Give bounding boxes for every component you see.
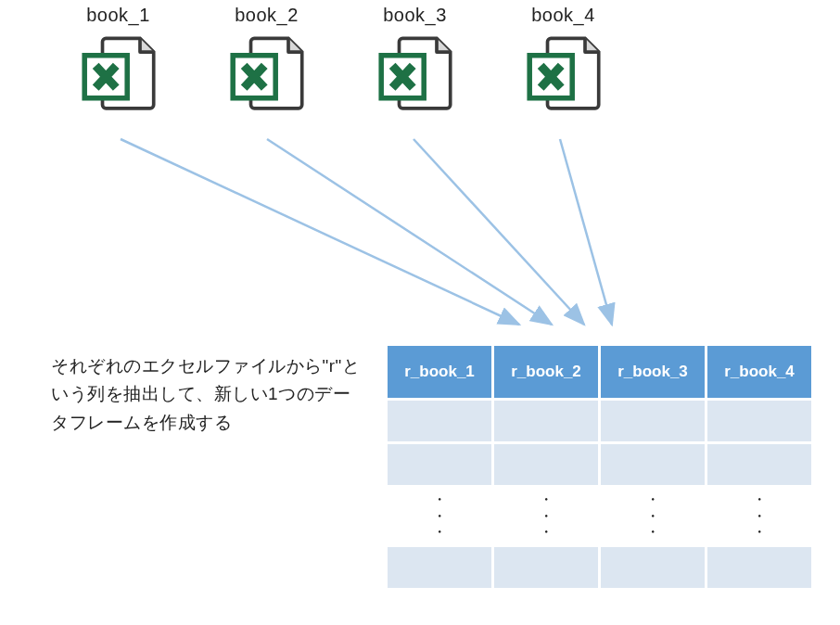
arrow-2 <box>267 139 552 325</box>
arrow-1 <box>121 139 519 325</box>
col-header-2: r_book_2 <box>494 346 598 398</box>
table-row <box>388 547 811 588</box>
col-header-4: r_book_4 <box>707 346 811 398</box>
ellipsis-dots: ・ ・ ・ <box>494 488 598 544</box>
excel-icon <box>373 32 458 117</box>
file-label-3: book_3 <box>383 5 447 26</box>
result-dataframe-table: r_book_1 r_book_2 r_book_3 r_book_4 ・ ・ … <box>385 343 814 591</box>
file-item-1: book_1 <box>70 5 167 117</box>
file-item-4: book_4 <box>515 5 612 117</box>
table-row <box>388 401 811 441</box>
arrow-3 <box>414 139 584 325</box>
col-header-1: r_book_1 <box>388 346 491 398</box>
excel-icon <box>224 32 310 117</box>
description-text: それぞれのエクセルファイルから"r"という列を抽出して、新しい1つのデータフレー… <box>51 352 366 437</box>
file-label-1: book_1 <box>86 5 150 26</box>
file-label-4: book_4 <box>531 5 595 26</box>
col-header-3: r_book_3 <box>601 346 705 398</box>
file-icons-row: book_1 book_2 book_3 <box>70 5 612 117</box>
file-item-2: book_2 <box>218 5 315 117</box>
ellipsis-dots: ・ ・ ・ <box>707 488 811 544</box>
table-header-row: r_book_1 r_book_2 r_book_3 r_book_4 <box>388 346 811 398</box>
table-row <box>388 444 811 485</box>
file-item-3: book_3 <box>366 5 464 117</box>
ellipsis-dots: ・ ・ ・ <box>601 488 705 544</box>
file-label-2: book_2 <box>235 5 299 26</box>
table-ellipsis-row: ・ ・ ・ ・ ・ ・ ・ ・ ・ ・ ・ ・ <box>388 488 811 544</box>
excel-icon <box>521 32 606 117</box>
excel-icon <box>76 32 161 117</box>
arrow-4 <box>560 139 612 325</box>
ellipsis-dots: ・ ・ ・ <box>388 488 491 544</box>
